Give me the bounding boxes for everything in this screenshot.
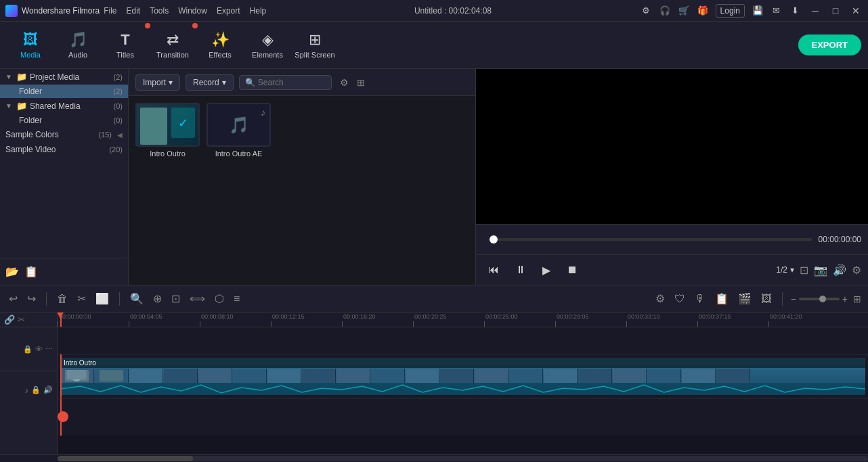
minimize-button[interactable]: ─ [808,4,822,18]
preview-progress-bar[interactable] [490,238,812,241]
video-eye-icon[interactable]: 👁 [35,345,43,353]
toolbar-effects[interactable]: ✨ Effects [196,23,244,67]
cut-button[interactable]: ✂ [75,290,88,307]
frame-thumb-7 [267,369,301,383]
filter-icon[interactable]: ⚙ [340,77,349,88]
fullsize-button[interactable]: ⟺ [188,290,207,307]
project-media-folder-child[interactable]: Folder (2) [0,85,128,98]
sample-colors-row[interactable]: Sample Colors (15) ◀ [0,127,128,142]
toolbar-transition[interactable]: ⇄ Transition [149,23,196,67]
toolbar-media[interactable]: 🖼 Media [7,23,54,67]
tl-img-icon[interactable]: 🖼 [759,291,774,307]
tl-audio-track[interactable] [58,398,868,436]
menu-tools[interactable]: Tools [150,6,169,16]
fullscreen-icon[interactable]: ⊡ [800,264,808,277]
stop-button[interactable]: ⏹ [561,264,583,276]
view-icon[interactable]: ⊞ [357,77,365,88]
download-icon[interactable]: ⬇ [789,5,802,17]
crop-button[interactable]: ⬜ [93,290,111,307]
audio-volume-icon[interactable]: 🔊 [43,386,53,394]
video-more-icon[interactable]: ⋯ [45,345,53,354]
tl-video-track[interactable]: Intro Outro [58,354,868,398]
tl-scroll-thumb[interactable] [58,456,193,461]
tl-mic-icon[interactable]: 🎙 [693,291,708,307]
fit-button[interactable]: ⊡ [169,290,182,307]
tl-shield-icon[interactable]: 🛡 [672,291,687,307]
page-dropdown[interactable]: ▾ [790,265,794,275]
scissors-icon[interactable]: ✂ [18,315,25,325]
rewind-button[interactable]: ⏮ [483,264,504,276]
search-input[interactable] [258,78,326,87]
menu-file[interactable]: File [104,6,116,16]
import-button[interactable]: Import ▾ [135,74,180,91]
login-button[interactable]: Login [716,4,745,18]
toolbar-titles[interactable]: T Titles [102,23,149,67]
ruler-mark-2: 00:00:08:10 [200,313,234,327]
zoom-plus-button[interactable]: + [842,294,848,304]
preview-panel: 00:00:00:00 ⏮ ⏸ ▶ ⏹ 1/2 ▾ ⊡ 📷 🔊 ⚙ [475,69,868,285]
import-folder-icon[interactable]: 📋 [24,265,38,278]
left-panel: ▼ 📁 Project Media (2) Folder (2) ▼ 📁 Sha… [0,69,129,285]
settings-icon[interactable]: ⚙ [640,5,652,17]
audio-lock-icon[interactable]: 🔒 [31,386,41,394]
menu-help[interactable]: Help [250,6,267,16]
zoom-out-tl-button[interactable]: ⊕ [151,290,164,307]
zoom-slider[interactable] [799,298,840,300]
new-folder-icon[interactable]: 📂 [5,265,19,278]
settings-preview-icon[interactable]: ⚙ [852,264,861,277]
search-box[interactable]: 🔍 [239,75,332,90]
pause-button[interactable]: ⏸ [510,264,531,276]
tl-settings-icon[interactable]: ⚙ [653,290,667,307]
tl-side-controls: 🔗 ✂ 🔒 👁 ⋯ ♪ 🔒 🔊 [0,313,58,454]
headset-icon[interactable]: 🎧 [659,5,671,17]
tl-scrollbar[interactable] [0,454,868,462]
frame-thumb-3 [129,369,163,383]
maximize-button[interactable]: □ [829,4,842,18]
tl-scroll-track[interactable] [58,456,868,461]
snapshot-icon[interactable]: 📷 [814,264,827,277]
shared-media-label: Shared Media [30,101,111,111]
menu-edit[interactable]: Edit [127,6,141,16]
split-button[interactable]: ≡ [232,291,242,307]
tl-video-icon[interactable]: 🎬 [736,290,754,307]
video-lock-icon[interactable]: 🔒 [23,345,32,354]
zoom-slider-thumb[interactable] [819,296,826,302]
tl-tracks: 00:00:00:00 00:00:04:05 00:00:08:10 00:0… [58,313,868,454]
media-item-intro-outro[interactable]: ✓ Intro Outro [135,103,200,158]
marker-button[interactable]: ⬡ [213,290,226,307]
volume-icon[interactable]: 🔊 [833,264,846,277]
delete-button[interactable]: 🗑 [55,291,70,307]
email-icon[interactable]: ✉ [771,5,783,17]
gift-icon[interactable]: 🎁 [697,5,709,17]
record-button[interactable]: Record ▾ [186,74,234,91]
tl-playhead[interactable] [60,313,62,327]
export-button[interactable]: EXPORT [798,34,861,55]
shared-folder-label: Folder [19,116,111,125]
menu-export[interactable]: Export [217,6,240,16]
menu-bar[interactable]: File Edit Tools Window Export Help [104,6,266,16]
magnetic-icon[interactable]: 🔗 [4,315,15,325]
save-icon[interactable]: 💾 [752,5,764,17]
toolbar-audio[interactable]: 🎵 Audio [54,23,102,67]
tl-clip-intro-outro[interactable]: Intro Outro [60,358,865,395]
zoom-minus-button[interactable]: − [791,294,796,304]
media-item-intro-outro-ae[interactable]: 🎵 ♪ Intro Outro AE [207,103,271,158]
preview-progress-thumb[interactable] [490,235,498,244]
sample-video-row[interactable]: Sample Video (20) [0,142,128,157]
undo-button[interactable]: ↩ [7,290,20,307]
close-button[interactable]: ✕ [849,4,863,18]
toolbar-split-screen[interactable]: ⊞ Split Screen [291,23,339,67]
app-name: Wondershare Filmora [22,6,100,16]
menu-window[interactable]: Window [178,6,207,16]
play-button[interactable]: ▶ [537,264,556,277]
shared-media-folder-child[interactable]: Folder (0) [0,114,128,127]
elements-icon: ◈ [262,31,274,49]
tl-clip-icon[interactable]: 📋 [713,290,731,307]
tl-expand-button[interactable]: ⊞ [853,294,861,304]
project-media-row[interactable]: ▼ 📁 Project Media (2) [0,69,128,85]
zoom-in-tl-button[interactable]: 🔍 [128,290,146,307]
shared-media-row[interactable]: ▼ 📁 Shared Media (0) [0,98,128,114]
cart-icon[interactable]: 🛒 [678,5,690,17]
redo-button[interactable]: ↪ [25,290,38,307]
toolbar-elements[interactable]: ◈ Elements [244,23,291,67]
